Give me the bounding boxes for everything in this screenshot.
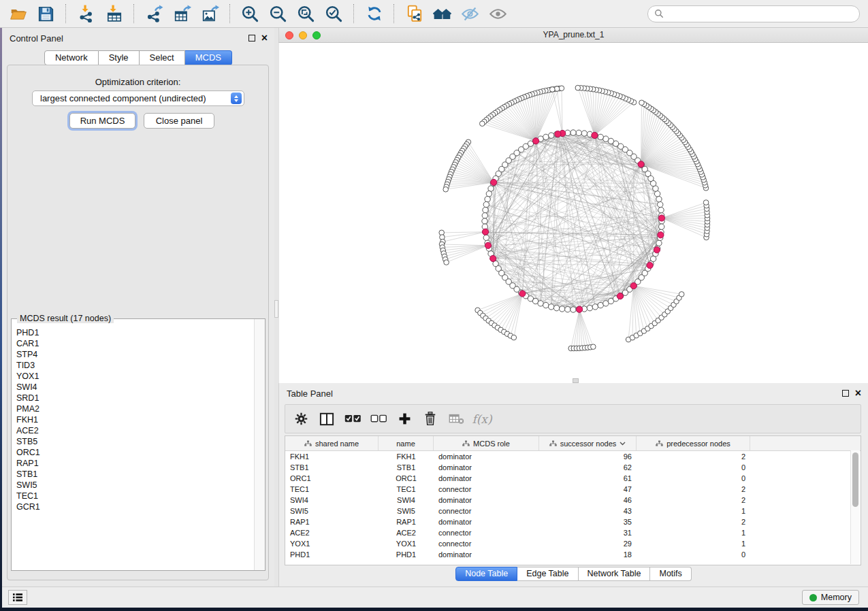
table-cell[interactable]: 0 [637, 474, 750, 482]
search-input[interactable] [668, 8, 853, 19]
table-cell[interactable]: 47 [539, 485, 637, 493]
table-cell[interactable]: ACE2 [379, 529, 434, 537]
run-mcds-button[interactable]: Run MCDS [69, 113, 135, 129]
close-window-icon[interactable] [285, 31, 293, 39]
table-cell[interactable]: PHD1 [379, 550, 434, 559]
export-table-button[interactable] [171, 2, 193, 25]
mcds-result-item[interactable]: ACE2 [12, 425, 255, 436]
mcds-result-item[interactable]: CAR1 [12, 338, 255, 349]
hide-selected-button[interactable] [459, 2, 481, 25]
close-icon[interactable]: × [855, 389, 861, 397]
column-header-MCDS-role[interactable]: MCDS role [434, 436, 539, 450]
select-all-columns-button[interactable] [340, 414, 366, 424]
table-cell[interactable]: 62 [539, 463, 637, 472]
mcds-result-item[interactable]: TEC1 [12, 491, 255, 501]
table-cell[interactable]: dominator [434, 496, 539, 504]
first-neighbors-button[interactable] [431, 2, 453, 25]
table-cell[interactable]: STB1 [379, 463, 434, 472]
tab-node-table[interactable]: Node Table [455, 567, 517, 581]
table-cell[interactable]: 18 [539, 550, 637, 559]
duplicate-network-button[interactable] [403, 2, 425, 25]
save-session-button[interactable] [35, 2, 57, 25]
table-cell[interactable]: dominator [434, 452, 539, 461]
close-panel-button[interactable]: Close panel [144, 113, 214, 129]
table-cell[interactable]: dominator [434, 463, 539, 472]
mcds-result-item[interactable]: SWI5 [12, 480, 255, 491]
mcds-result-item[interactable]: STP4 [12, 349, 255, 360]
table-row[interactable]: SWI5SWI5connector431 [285, 506, 861, 516]
table-cell[interactable]: ACE2 [285, 529, 379, 537]
table-cell[interactable]: 43 [539, 507, 637, 515]
table-row[interactable]: SWI4SWI4dominator462 [285, 495, 861, 506]
table-cell[interactable]: dominator [434, 474, 539, 482]
table-cell[interactable]: 46 [539, 496, 637, 504]
tab-network-table[interactable]: Network Table [579, 567, 651, 581]
mcds-result-item[interactable]: GCR1 [12, 501, 255, 512]
network-graph[interactable] [279, 43, 868, 383]
tab-mcds[interactable]: MCDS [185, 50, 232, 65]
node-table[interactable]: shared namenameMCDS rolesuccessor nodesp… [285, 435, 861, 565]
table-cell[interactable]: 1 [637, 529, 750, 537]
table-cell[interactable]: TEC1 [379, 485, 434, 493]
show-column-button[interactable] [314, 412, 340, 426]
mcds-result-item[interactable]: YOX1 [12, 371, 255, 382]
table-scrollbar[interactable] [850, 450, 860, 564]
float-icon[interactable] [842, 390, 849, 397]
table-cell[interactable]: ORC1 [379, 474, 434, 482]
table-cell[interactable]: connector [434, 485, 539, 493]
optimization-criterion-select[interactable]: largest connected component (undirected) [32, 90, 244, 106]
float-icon[interactable] [248, 35, 255, 42]
table-cell[interactable]: 35 [539, 518, 637, 526]
table-scrollbar-thumb[interactable] [852, 452, 858, 507]
network-canvas[interactable] [278, 43, 868, 383]
tab-network[interactable]: Network [44, 50, 99, 65]
table-row[interactable]: ACE2ACE2connector311 [285, 527, 861, 538]
table-cell[interactable]: 2 [637, 518, 750, 526]
mcds-result-list[interactable]: PHD1CAR1STP4TID3YOX1SWI4SRD1PMA2FKH1ACE2… [12, 319, 255, 570]
maximize-window-icon[interactable] [312, 31, 321, 39]
table-cell[interactable]: 0 [637, 463, 750, 472]
table-cell[interactable]: connector [434, 529, 539, 537]
mcds-result-item[interactable]: FKH1 [12, 414, 255, 425]
mcds-result-item[interactable]: PMA2 [12, 403, 255, 414]
table-cell[interactable]: RAP1 [285, 518, 379, 526]
mcds-result-item[interactable]: STB5 [12, 436, 255, 447]
search-box[interactable] [647, 5, 860, 22]
table-cell[interactable]: YOX1 [379, 540, 434, 548]
table-row[interactable]: ORC1ORC1dominator610 [285, 473, 861, 484]
mcds-result-item[interactable]: TID3 [12, 360, 255, 371]
memory-button[interactable]: Memory [802, 590, 859, 605]
table-cell[interactable]: 96 [539, 452, 637, 461]
close-icon[interactable]: × [261, 34, 268, 42]
minimize-window-icon[interactable] [299, 31, 307, 39]
delete-column-button[interactable] [417, 412, 443, 426]
table-row[interactable]: FKH1FKH1dominator962 [285, 451, 861, 462]
show-panels-button[interactable] [8, 590, 27, 605]
table-cell[interactable]: SWI5 [379, 507, 434, 515]
mcds-result-item[interactable]: STB1 [12, 469, 255, 480]
tab-style[interactable]: Style [99, 50, 140, 65]
table-cell[interactable]: SWI4 [285, 496, 379, 504]
table-cell[interactable]: PHD1 [285, 550, 379, 559]
column-header-successor-nodes[interactable]: successor nodes [539, 436, 637, 450]
table-cell[interactable]: TEC1 [285, 485, 379, 493]
table-cell[interactable]: 1 [637, 507, 750, 515]
table-row[interactable]: RAP1RAP1dominator352 [285, 516, 861, 527]
table-cell[interactable]: 2 [637, 452, 750, 461]
table-cell[interactable]: dominator [434, 550, 539, 559]
table-cell[interactable]: 2 [637, 485, 750, 493]
table-settings-button[interactable] [288, 412, 314, 426]
export-image-button[interactable] [199, 2, 221, 25]
mcds-result-item[interactable]: RAP1 [12, 458, 255, 469]
table-cell[interactable]: ORC1 [285, 474, 379, 482]
show-all-button[interactable] [487, 2, 509, 25]
mcds-result-item[interactable]: ORC1 [12, 447, 255, 458]
table-cell[interactable]: 29 [539, 540, 637, 548]
table-cell[interactable]: RAP1 [379, 518, 434, 526]
column-header-shared-name[interactable]: shared name [285, 436, 379, 450]
table-cell[interactable]: 2 [637, 496, 750, 504]
table-row[interactable]: STB1STB1dominator620 [285, 462, 861, 473]
unselect-all-columns-button[interactable] [366, 414, 391, 424]
table-cell[interactable]: SWI4 [379, 496, 434, 504]
table-cell[interactable]: connector [434, 507, 539, 515]
